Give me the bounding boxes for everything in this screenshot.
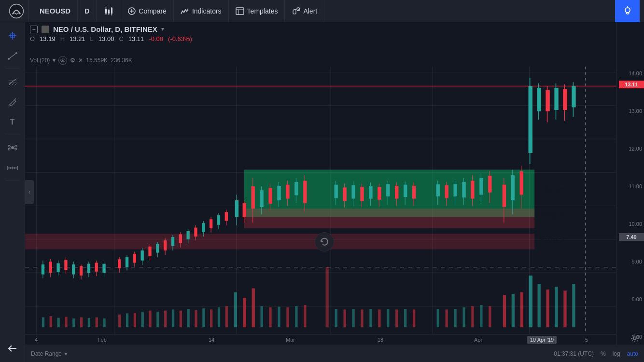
tool-text[interactable]: T <box>4 113 21 131</box>
price-change-pct: (-0.63%) <box>168 35 192 42</box>
vol-settings-button[interactable]: ⚙ <box>70 57 75 64</box>
time-mar: Mar <box>286 337 295 343</box>
idea-button[interactable] <box>615 0 640 22</box>
tool-fib[interactable] <box>4 73 21 90</box>
alert-button[interactable]: Alert <box>285 0 324 22</box>
svg-rect-4 <box>108 10 110 14</box>
svg-rect-166 <box>471 181 474 199</box>
lightbulb-icon <box>622 6 633 16</box>
log-button[interactable]: log <box>613 350 620 357</box>
svg-rect-237 <box>471 306 474 327</box>
tool-measure[interactable] <box>4 159 21 177</box>
toolbar: NEOUSD D Compare Indicators <box>0 0 644 22</box>
date-range-button[interactable]: Date Range ▾ <box>31 350 67 357</box>
svg-rect-134 <box>294 182 298 195</box>
svg-rect-158 <box>436 184 440 196</box>
svg-line-41 <box>10 148 11 149</box>
node-icon <box>7 142 18 153</box>
svg-rect-219 <box>278 306 280 327</box>
svg-rect-247 <box>563 291 566 327</box>
templates-button[interactable]: Templates <box>229 0 285 22</box>
chart-settings-button[interactable] <box>630 334 639 345</box>
back-icon <box>8 345 17 352</box>
tool-back[interactable] <box>4 340 21 357</box>
chart-canvas[interactable]: Range Stop 1 Stop 2 <box>25 67 616 334</box>
svg-rect-1 <box>105 9 107 14</box>
ohlc-row: O 13.19 H 13.21 L 13.00 C 13.11 -0.08 (-… <box>30 35 639 42</box>
timeframe-button[interactable]: D <box>78 0 97 22</box>
time-18: 18 <box>378 337 383 343</box>
symbol-dropdown[interactable]: ▾ <box>161 26 164 32</box>
svg-rect-192 <box>65 317 67 327</box>
svg-rect-184 <box>554 88 558 110</box>
svg-rect-230 <box>395 309 398 327</box>
minimize-button[interactable]: − <box>30 26 38 33</box>
svg-rect-118 <box>225 212 228 221</box>
volume-row: Vol (20) ▾ ⚙ ✕ 15.559K 236.36K <box>25 55 137 66</box>
svg-rect-168 <box>479 178 483 195</box>
high-value: 13.21 <box>70 35 85 42</box>
measure-icon <box>7 164 18 172</box>
time-feb: Feb <box>98 337 107 343</box>
svg-rect-176 <box>520 171 523 195</box>
svg-rect-232 <box>413 309 415 327</box>
auto-button[interactable]: auto <box>627 350 638 357</box>
svg-point-27 <box>8 58 10 60</box>
price-10: 10.00 <box>618 221 642 227</box>
svg-rect-202 <box>149 311 151 328</box>
svg-rect-199 <box>126 313 128 327</box>
svg-rect-214 <box>243 298 246 327</box>
symbol-button[interactable]: NEOUSD <box>33 0 78 22</box>
vol-close-button[interactable]: ✕ <box>78 57 83 64</box>
indicators-label: Indicators <box>192 7 222 15</box>
svg-rect-150 <box>386 184 390 196</box>
svg-rect-164 <box>462 182 465 197</box>
compare-label: Compare <box>139 7 167 15</box>
svg-rect-102 <box>164 240 167 251</box>
candlestick-chart-svg: Range Stop 1 Stop 2 <box>25 67 616 334</box>
svg-rect-92 <box>126 257 128 267</box>
price-13: 13.00 <box>618 108 642 114</box>
svg-rect-110 <box>194 228 197 237</box>
indicators-button[interactable]: Indicators <box>174 0 229 22</box>
svg-rect-215 <box>252 288 255 327</box>
text-tool-label: T <box>10 118 15 126</box>
svg-rect-191 <box>57 318 59 328</box>
svg-rect-70 <box>25 234 534 249</box>
bottom-bar-right: 01:37:31 (UTC) % log auto <box>554 350 638 357</box>
compare-button[interactable]: Compare <box>121 0 174 22</box>
svg-rect-190 <box>50 316 52 327</box>
tool-line[interactable] <box>4 47 21 65</box>
svg-line-42 <box>14 148 15 149</box>
vol-dropdown[interactable]: ▾ <box>53 57 56 64</box>
svg-line-22 <box>631 8 631 8</box>
svg-point-0 <box>9 4 23 18</box>
svg-rect-200 <box>134 313 136 327</box>
price-12: 12.00 <box>618 146 642 152</box>
svg-rect-213 <box>234 292 237 327</box>
svg-rect-106 <box>179 234 182 243</box>
scroll-left-button[interactable]: ‹ <box>25 180 34 204</box>
svg-rect-156 <box>412 186 416 199</box>
price-14: 14.00 <box>618 70 642 76</box>
tool-node[interactable] <box>4 139 21 156</box>
tool-pen[interactable] <box>4 93 21 111</box>
chart-type-button[interactable] <box>97 0 121 22</box>
svg-rect-7 <box>111 8 112 14</box>
svg-point-35 <box>8 145 10 147</box>
replay-button[interactable] <box>315 232 334 251</box>
stop1-annotation: Stop 1 <box>540 210 565 220</box>
timeframe-label: D <box>84 7 89 15</box>
svg-rect-120 <box>235 200 238 217</box>
svg-rect-236 <box>462 307 465 328</box>
tool-crosshair[interactable] <box>4 27 21 44</box>
svg-rect-221 <box>295 306 297 327</box>
percent-button[interactable]: % <box>601 350 606 357</box>
alert-icon <box>292 7 300 15</box>
vol-eye-button[interactable] <box>58 56 67 65</box>
svg-rect-231 <box>404 309 406 327</box>
svg-rect-222 <box>304 305 306 327</box>
eye-icon <box>60 58 66 62</box>
svg-rect-206 <box>180 311 182 328</box>
logo[interactable] <box>4 0 29 22</box>
